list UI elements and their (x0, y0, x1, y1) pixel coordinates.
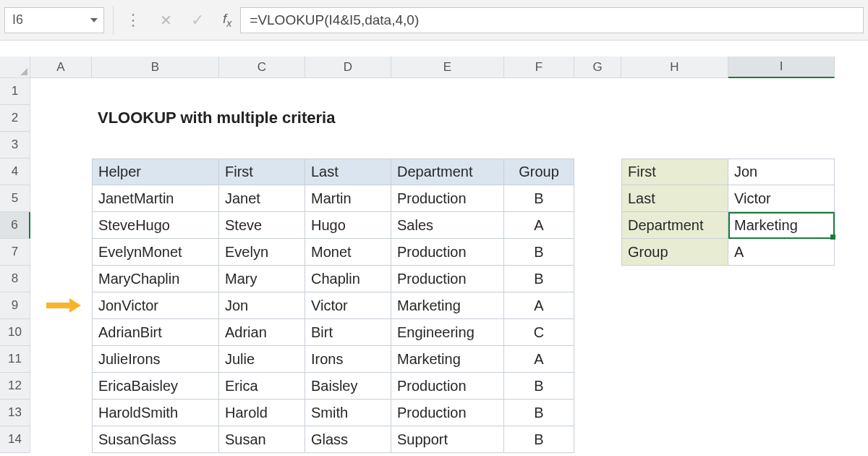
lookup-label[interactable]: Group (621, 239, 728, 266)
table-cell[interactable]: B (504, 185, 574, 212)
table-cell[interactable]: B (504, 400, 574, 426)
row-header-12[interactable]: 12 (0, 373, 30, 400)
table-cell[interactable]: Marketing (391, 346, 504, 373)
table-cell[interactable]: Steve (219, 212, 305, 239)
row-header-8[interactable]: 8 (0, 266, 30, 292)
table-cell[interactable]: A (504, 346, 574, 373)
row-header-7[interactable]: 7 (0, 239, 30, 266)
row-header-11[interactable]: 11 (0, 346, 30, 373)
table-cell[interactable]: SteveHugo (92, 212, 219, 239)
table-cell[interactable]: B (504, 373, 574, 400)
table-cell[interactable]: Mary (219, 266, 305, 292)
table-cell[interactable]: Smith (305, 400, 391, 426)
lookup-value[interactable]: A (728, 239, 835, 266)
table-header[interactable]: First (219, 159, 305, 185)
row-header-2[interactable]: 2 (0, 105, 30, 132)
col-header-E[interactable]: E (391, 56, 504, 78)
table-cell[interactable]: JanetMartin (92, 185, 219, 212)
row-header-13[interactable]: 13 (0, 400, 30, 426)
lookup-value[interactable]: Jon (728, 159, 835, 185)
table-cell[interactable]: Production (391, 239, 504, 266)
spreadsheet-grid[interactable]: A B C D E F G H I 1 2 3 4 5 6 7 8 9 10 1… (0, 56, 868, 78)
table-cell[interactable]: A (504, 212, 574, 239)
lookup-label[interactable]: Department (621, 212, 728, 239)
table-cell[interactable]: Engineering (391, 319, 504, 346)
table-cell[interactable]: Erica (219, 373, 305, 400)
table-cell[interactable]: JonVictor (92, 292, 219, 319)
row-header-3[interactable]: 3 (0, 132, 30, 159)
table-header[interactable]: Group (504, 159, 574, 185)
row-header-14[interactable]: 14 (0, 426, 30, 453)
separator (113, 6, 114, 35)
table-cell[interactable]: Adrian (219, 319, 305, 346)
table-cell[interactable]: Glass (305, 426, 391, 453)
table-cell[interactable]: Monet (305, 239, 391, 266)
row-header-1[interactable]: 1 (0, 78, 30, 105)
row-header-5[interactable]: 5 (0, 185, 30, 212)
chevron-down-icon[interactable] (90, 18, 98, 22)
enter-icon[interactable]: ✓ (191, 11, 204, 30)
table-cell[interactable]: EricaBaisley (92, 373, 219, 400)
table-cell[interactable]: SusanGlass (92, 426, 219, 453)
table-cell[interactable]: Janet (219, 185, 305, 212)
table-cell[interactable]: Evelyn (219, 239, 305, 266)
table-cell[interactable]: Baisley (305, 373, 391, 400)
table-cell[interactable]: AdrianBirt (92, 319, 219, 346)
cancel-icon[interactable]: ✕ (160, 12, 172, 29)
col-header-D[interactable]: D (305, 56, 391, 78)
table-cell[interactable]: HaroldSmith (92, 400, 219, 426)
formula-input[interactable]: =VLOOKUP(I4&I5,data,4,0) (240, 7, 864, 33)
table-cell[interactable]: MaryChaplin (92, 266, 219, 292)
fx-icon[interactable]: fx (223, 11, 231, 29)
name-box-value: I6 (12, 12, 23, 28)
table-header[interactable]: Helper (92, 159, 219, 185)
table-cell[interactable]: Production (391, 266, 504, 292)
table-cell[interactable]: Chaplin (305, 266, 391, 292)
row-header-10[interactable]: 10 (0, 319, 30, 346)
table-cell[interactable]: B (504, 266, 574, 292)
table-cell[interactable]: Julie (219, 346, 305, 373)
table-cell[interactable]: Marketing (391, 292, 504, 319)
col-header-C[interactable]: C (219, 56, 305, 78)
lookup-value-active[interactable]: Marketing (728, 212, 835, 239)
table-cell[interactable]: B (504, 239, 574, 266)
table-cell[interactable]: Production (391, 185, 504, 212)
table-cell[interactable]: C (504, 319, 574, 346)
table-cell[interactable]: EvelynMonet (92, 239, 219, 266)
table-cell[interactable]: Production (391, 373, 504, 400)
select-all-corner[interactable] (0, 56, 30, 78)
row-header-9[interactable]: 9 (0, 292, 30, 319)
col-header-A[interactable]: A (30, 56, 92, 78)
table-cell[interactable]: Susan (219, 426, 305, 453)
table-cell[interactable]: A (504, 292, 574, 319)
table-cell[interactable]: Victor (305, 292, 391, 319)
table-cell[interactable]: Irons (305, 346, 391, 373)
table-cell[interactable]: Hugo (305, 212, 391, 239)
col-header-G[interactable]: G (574, 56, 621, 78)
row-header-6[interactable]: 6 (0, 212, 30, 239)
table-cell[interactable]: Harold (219, 400, 305, 426)
lookup-label[interactable]: Last (621, 185, 728, 212)
table-cell[interactable]: Birt (305, 319, 391, 346)
table-cell[interactable]: Martin (305, 185, 391, 212)
table-header[interactable]: Last (305, 159, 391, 185)
formula-bar: I6 ⋮ ✕ ✓ fx =VLOOKUP(I4&I5,data,4,0) (0, 0, 868, 41)
col-header-F[interactable]: F (504, 56, 574, 78)
lookup-label[interactable]: First (621, 159, 728, 185)
table-cell[interactable]: Sales (391, 212, 504, 239)
lookup-value[interactable]: Victor (728, 185, 835, 212)
table-cell[interactable]: B (504, 426, 574, 453)
col-header-B[interactable]: B (92, 56, 219, 78)
cells-area: VLOOKUP with multiple criteria Helper Fi… (30, 78, 835, 453)
table-cell[interactable]: Support (391, 426, 504, 453)
col-header-I[interactable]: I (728, 56, 835, 78)
table-cell[interactable]: Production (391, 400, 504, 426)
column-header-row: A B C D E F G H I (0, 56, 868, 78)
grip-icon: ⋮ (122, 11, 145, 30)
table-cell[interactable]: JulieIrons (92, 346, 219, 373)
table-cell[interactable]: Jon (219, 292, 305, 319)
table-header[interactable]: Department (391, 159, 504, 185)
row-header-4[interactable]: 4 (0, 159, 30, 185)
col-header-H[interactable]: H (621, 56, 728, 78)
name-box[interactable]: I6 (4, 7, 104, 33)
